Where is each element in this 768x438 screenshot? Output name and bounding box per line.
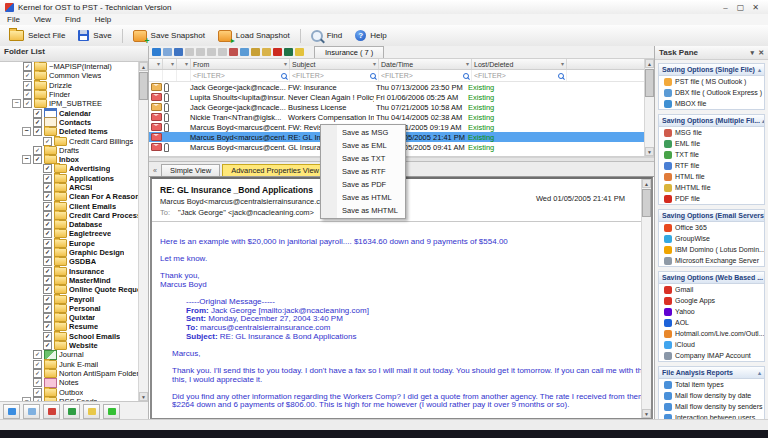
folder-item-ipm-subtree[interactable]: −✓IPM_SUBTREE [0,99,139,108]
taskpane-section-header[interactable]: Saving Options (Single File)▴ [659,64,764,76]
taskpane-item-mbox-file[interactable]: MBOX file [659,98,764,109]
message-row[interactable]: Nickie Tran<NTran@iglsk...Workers Compen… [149,112,654,122]
folder-item-drizzle[interactable]: ✓Drizzle [0,81,139,90]
checkbox-checked-icon[interactable]: ✓ [43,248,52,257]
filter-cell-from[interactable]: <FILTER> [191,70,290,81]
taskpane-item-msg-file[interactable]: MSG file [659,127,764,138]
folder-item-eagletreeve[interactable]: ✓Eagletreeve [0,229,139,238]
toolbar-help-button[interactable]: Help [350,28,391,43]
checkbox-checked-icon[interactable]: ✓ [33,127,42,136]
folder-item-drafts[interactable]: ✓Drafts [0,146,139,155]
column-header-blank[interactable]: ▾ [567,59,654,69]
sort-dropdown-icon[interactable]: ▾ [466,61,469,67]
folder-item-outbox[interactable]: ✓Outbox [0,387,139,396]
taskpane-item-mail-flow-density-by-date[interactable]: Mail flow density by date [659,390,764,401]
toolbar-save-button[interactable]: Save [73,28,116,43]
taskpane-item-total-item-types[interactable]: Total item types [659,379,764,390]
tab-simple-view[interactable]: Simple View [161,164,220,176]
select-items-icon[interactable] [174,48,183,56]
message-row[interactable]: Jack George<jack@ncacle...FW: InsuranceT… [149,82,654,92]
cab-icon[interactable] [262,48,271,56]
image-view-button[interactable] [23,404,40,419]
sort-dropdown-icon[interactable]: ▾ [373,61,376,67]
scroll-down-icon[interactable]: ▼ [645,147,654,156]
chevron-up-icon[interactable]: ▴ [762,117,764,124]
checkbox-checked-icon[interactable]: ✓ [43,211,52,220]
filter-cell-subject[interactable]: <FILTER> [290,70,379,81]
collapse-expander-icon[interactable]: − [22,155,31,164]
filter-cell-date-time[interactable]: <FILTER> [379,70,472,81]
checkbox-checked-icon[interactable]: ✓ [43,313,52,322]
taskpane-item-html-file[interactable]: HTML file [659,171,764,182]
toolbar-find-button[interactable]: Find [306,28,348,44]
checkbox-checked-icon[interactable]: ✓ [23,90,32,99]
scrollbar-thumb[interactable] [645,69,654,97]
menu-view[interactable]: View [27,15,58,24]
folder-item-journal[interactable]: ✓Journal [0,350,139,359]
folder-item-online-quote-requests[interactable]: ✓Online Quote Requests [0,285,139,294]
folder-item-applications[interactable]: ✓Applications [0,174,139,183]
taskpane-item-pst-file-ms-outlook[interactable]: PST file ( MS Outlook ) [659,76,764,87]
taskpane-item-eml-file[interactable]: EML file [659,138,764,149]
notes-button[interactable] [83,404,100,419]
folder-item-personal[interactable]: ✓Personal [0,304,139,313]
taskpane-item-ibm-domino-lotus-domin[interactable]: IBM Domino ( Lotus Domin... [659,244,764,255]
scroll-up-icon[interactable]: ▲ [642,179,651,188]
toolbar-load-snapshot-button[interactable]: Load Snapshot [213,28,295,44]
checkbox-checked-icon[interactable]: ✓ [33,109,42,118]
taskpane-section-header[interactable]: File Analysis Reports▴ [659,367,764,379]
taskpane-section-header[interactable]: Saving Options (Multiple Fil...▴ [659,115,764,127]
expand-button[interactable] [103,404,120,419]
checkbox-checked-icon[interactable]: ✓ [43,332,52,341]
scroll-down-icon[interactable]: ▼ [139,392,148,401]
sort-dropdown-icon[interactable]: ▾ [284,61,287,67]
checkbox-checked-icon[interactable]: ✓ [33,360,42,369]
folder-item-norton-antispam-folder[interactable]: ✓Norton AntiSpam Folder [0,369,139,378]
sort-dropdown-icon[interactable]: ▾ [185,61,188,67]
chevron-down-icon[interactable]: ▾ [751,49,755,57]
nav-last-icon[interactable] [218,48,227,56]
folder-item-credit-card-billings[interactable]: ✓Credit Card Billings [0,136,139,145]
folder-item-quixtar[interactable]: ✓Quixtar [0,313,139,322]
export-icon[interactable] [295,48,304,56]
excel-icon[interactable] [284,48,293,56]
checkbox-checked-icon[interactable]: ✓ [43,164,52,173]
message-row[interactable]: Lupita Shoults<lupita@insur...Never Clea… [149,92,654,102]
folder-item-advertising[interactable]: ✓Advertising [0,164,139,173]
filter-input[interactable]: <FILTER> [381,72,413,79]
folder-item-arcsi[interactable]: ✓ARCSI [0,183,139,192]
scrollbar-thumb[interactable] [139,72,148,100]
checkbox-checked-icon[interactable]: ✓ [33,369,42,378]
chart-button[interactable] [63,404,80,419]
minimize-button[interactable]: – [718,1,733,14]
message-row[interactable]: Jack George<jack@ncacle...Business Licen… [149,102,654,112]
checkbox-checked-icon[interactable]: ✓ [43,192,52,201]
taskpane-item-aol[interactable]: AOL [659,317,764,328]
search-icon[interactable] [463,73,469,79]
menu-file[interactable]: File [0,15,27,24]
maximize-button[interactable]: ▢ [733,1,748,14]
column-header-blank[interactable]: ▾ [177,59,191,69]
folder-item-contacts[interactable]: ✓Contacts [0,118,139,127]
picture-icon[interactable] [240,48,249,56]
checkbox-checked-icon[interactable]: ✓ [43,267,52,276]
checkbox-checked-icon[interactable]: ✓ [43,304,52,313]
folder-item-calendar[interactable]: ✓Calendar [0,108,139,117]
archive-icon[interactable] [251,48,260,56]
context-menu-save-as-eml[interactable]: Save as EML [321,139,405,152]
sort-dropdown-icon[interactable]: ▾ [157,61,160,67]
sort-dropdown-icon[interactable]: ▾ [171,61,174,67]
taskpane-item-mail-flow-density-by-senders[interactable]: Mail flow density by senders [659,401,764,412]
tab-advanced-properties-view[interactable]: Advanced Properties View [222,164,328,176]
taskpane-item-hotmail-com-live-com-outl[interactable]: Hotmail.com/Live.com/Outl... [659,328,764,339]
folder-item-credit-card-processing[interactable]: ✓Credit Card Processing [0,211,139,220]
chevron-up-icon[interactable]: ▴ [758,369,761,376]
column-header-from[interactable]: From▾ [191,59,290,69]
menu-find[interactable]: Find [58,15,88,24]
filter-input[interactable]: <FILTER> [292,72,324,79]
folder-item-mapisp-internal[interactable]: ✓~MAPISP(Internal) [0,62,139,71]
taskpane-item-groupwise[interactable]: GroupWise [659,233,764,244]
refresh-icon[interactable] [152,48,161,56]
checkbox-checked-icon[interactable]: ✓ [43,295,52,304]
folder-item-graphic-design[interactable]: ✓Graphic Design [0,248,139,257]
